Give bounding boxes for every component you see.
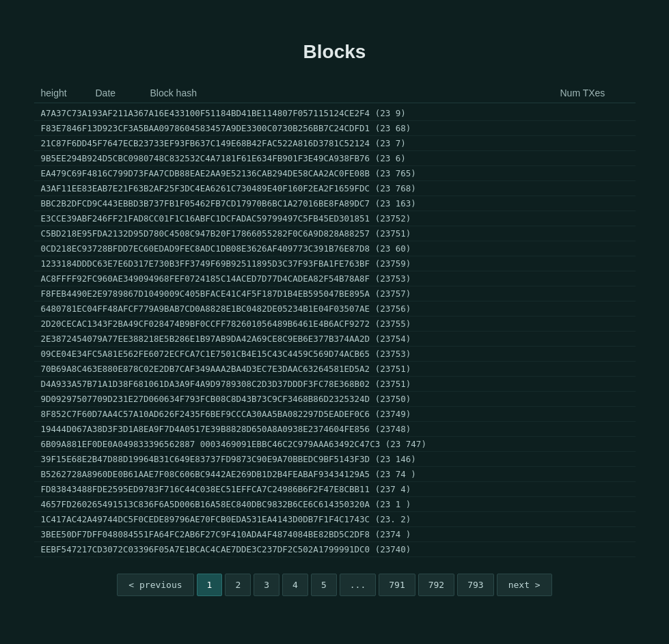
table-row[interactable]: 09CE04E34FC5A81E562FE6072ECFCA7C1E7501CB… [34,347,636,362]
col-hash: Block hash [150,88,560,98]
table-row[interactable]: C5BD218E95FDA2132D95D780C4508C947B20F178… [34,226,636,241]
page-btn-2[interactable]: 2 [225,574,251,596]
block-hash: 09CE04E34FC5A81E562FE6072ECFCA7C1E7501CB… [41,349,560,359]
block-hash: F8FEB4490E2E9789867D1049009C405BFACE41C4… [41,289,560,299]
prev-button[interactable]: < previous [117,574,193,596]
table-row[interactable]: 3BEE50DF7DFF048084551FA64FC2AB6F27C9F410… [34,527,636,542]
page-btn-791[interactable]: 791 [379,574,415,596]
table-row[interactable]: 1C417AC42A49744DC5F0CEDE89796AE70FCB0EDA… [34,512,636,527]
table-row[interactable]: A3AF11EE83EAB7E21F63B2AF25F3DC4EA6261C73… [34,181,636,196]
table-row[interactable]: 1233184DDDC63E7E6D317E730B3FF3749F69B925… [34,256,636,271]
table-body: A7A37C73A193AF211A367A16E433100F51184BD4… [34,106,636,557]
block-hash: BBC2B2DFCD9C443EBBD3B737FB1F05462FB7CD17… [41,198,560,209]
block-hash: 39F15E68E2B47D88D19964B31C649E83737FD987… [41,454,560,464]
block-hash: 2E3872454079A77EE388218E5B286E1B97AB9DA4… [41,334,560,344]
table-header: height Date Block hash Num TXes [34,83,636,103]
block-hash: 2D20CECAC1343F2BA49CF028474B9BF0CCFF7826… [41,319,560,329]
block-hash: 9B5EE294B924D5CBC0980748C832532C4A7181F6… [41,153,560,163]
block-hash: 1233184DDDC63E7E6D317E730B3FF3749F69B925… [41,258,560,269]
page-btn-1[interactable]: 1 [197,574,223,596]
page-btn-4[interactable]: 4 [282,574,308,596]
table-row[interactable]: AC8FFFF92FC960AE349094968FEF0724185C14AC… [34,271,636,286]
block-hash: 9D09297507709D231E27D060634F793FCB08C8D4… [41,394,560,404]
table-row[interactable]: 2E3872454079A77EE388218E5B286E1B97AB9DA4… [34,332,636,347]
block-hash: 1C417AC42A49744DC5F0CEDE89796AE70FCB0EDA… [41,514,560,524]
page-ellipsis: ... [340,574,376,596]
table-row[interactable]: 8F852C7F60D7AA4C57A10AD626F2435F6BEF9CCC… [34,407,636,422]
col-date: Date [96,88,150,98]
table-row[interactable]: 4657FD260265491513C836F6A5D006B16A58EC84… [34,497,636,512]
block-hash: 70B69A8C463E880E878C02E2DB7CAF349AAA2BA4… [41,364,560,374]
block-hash: FD83843488FDE2595ED9783F716C44C038EC51EF… [41,484,560,494]
table-row[interactable]: F83E7846F13D923CF3A5BAA0978604583457A9DE… [34,121,636,136]
block-hash: 21C87F6DD45F7647ECB23733EF93FB637C149E68… [41,138,560,148]
blocks-table: height Date Block hash Num TXes A7A37C73… [34,83,636,557]
table-row[interactable]: 6B09A881EF0DE0A049833396562887 000346909… [34,437,636,452]
block-hash: EA479C69F4816C799D73FAA7CDB88EAE2AA9E521… [41,168,560,178]
block-hash: AC8FFFF92FC960AE349094968FEF0724185C14AC… [41,273,560,284]
table-row[interactable]: 0CD218EC93728BFDD7EC60EDAD9FEC8ADC1DB08E… [34,241,636,256]
col-numtxes: Num TXes [560,88,629,98]
block-hash: 8F852C7F60D7AA4C57A10AD626F2435F6BEF9CCC… [41,409,560,419]
block-hash: 4657FD260265491513C836F6A5D006B16A58EC84… [41,499,560,509]
table-row[interactable]: 9D09297507709D231E27D060634F793FCB08C8D4… [34,392,636,407]
table-row[interactable]: FD83843488FDE2595ED9783F716C44C038EC51EF… [34,482,636,497]
pagination: < previous 12345...791792793 next > [117,574,551,596]
table-row[interactable]: A7A37C73A193AF211A367A16E433100F51184BD4… [34,106,636,121]
table-row[interactable]: 6480781EC04FF48AFCF779A9BAB7CD0A8828E1BC… [34,301,636,317]
page-btn-793[interactable]: 793 [457,574,493,596]
page-buttons: 12345...791792793 [197,574,494,596]
table-row[interactable]: D4A933A57B71A1D38F681061DA3A9F4A9D978930… [34,377,636,392]
block-hash: 3BEE50DF7DFF048084551FA64FC2AB6F27C9F410… [41,529,560,539]
block-hash: A3AF11EE83EAB7E21F63B2AF25F3DC4EA6261C73… [41,183,560,193]
table-row[interactable]: EA479C69F4816C799D73FAA7CDB88EAE2AA9E521… [34,166,636,181]
table-row[interactable]: 70B69A8C463E880E878C02E2DB7CAF349AAA2BA4… [34,362,636,377]
page-title: Blocks [303,41,366,63]
table-row[interactable]: 9B5EE294B924D5CBC0980748C832532C4A7181F6… [34,151,636,166]
page-btn-3[interactable]: 3 [254,574,279,596]
block-hash: C5BD218E95FDA2132D95D780C4508C947B20F178… [41,228,560,239]
table-row[interactable]: 19444D067A38D3F3D1A8EA9F7D4A0517E39B8828… [34,422,636,437]
table-row[interactable]: 2D20CECAC1343F2BA49CF028474B9BF0CCFF7826… [34,317,636,332]
table-row[interactable]: 21C87F6DD45F7647ECB23733EF93FB637C149E68… [34,136,636,151]
table-row[interactable]: EEBF547217CD3072C03396F05A7E1BCAC4CAE7DD… [34,542,636,557]
block-hash: A7A37C73A193AF211A367A16E433100F51184BD4… [41,108,560,118]
block-hash: 0CD218EC93728BFDD7EC60EDAD9FEC8ADC1DB08E… [41,243,560,254]
block-hash: 19444D067A38D3F3D1A8EA9F7D4A0517E39B8828… [41,424,560,434]
table-row[interactable]: E3CCE39ABF246FF21FAD8CC01F1C16ABFC1DCFAD… [34,211,636,226]
block-hash: E3CCE39ABF246FF21FAD8CC01F1C16ABFC1DCFAD… [41,213,560,224]
table-row[interactable]: F8FEB4490E2E9789867D1049009C405BFACE41C4… [34,286,636,301]
block-hash: D4A933A57B71A1D38F681061DA3A9F4A9D978930… [41,379,560,389]
col-height: height [41,88,96,98]
page-btn-792[interactable]: 792 [418,574,454,596]
page-btn-5[interactable]: 5 [311,574,337,596]
table-row[interactable]: B5262728A8960DE0B61AAE7F08C606BC9442AE26… [34,467,636,482]
table-row[interactable]: 39F15E68E2B47D88D19964B31C649E83737FD987… [34,452,636,467]
block-hash: EEBF547217CD3072C03396F05A7E1BCAC4CAE7DD… [41,544,560,554]
block-hash: 6B09A881EF0DE0A049833396562887 000346909… [41,439,560,449]
next-button[interactable]: next > [497,574,552,596]
block-hash: B5262728A8960DE0B61AAE7F08C606BC9442AE26… [41,469,560,479]
block-hash: F83E7846F13D923CF3A5BAA0978604583457A9DE… [41,123,560,133]
block-hash: 6480781EC04FF48AFCF779A9BAB7CD0A8828E1BC… [41,304,560,314]
table-row[interactable]: BBC2B2DFCD9C443EBBD3B737FB1F05462FB7CD17… [34,196,636,211]
